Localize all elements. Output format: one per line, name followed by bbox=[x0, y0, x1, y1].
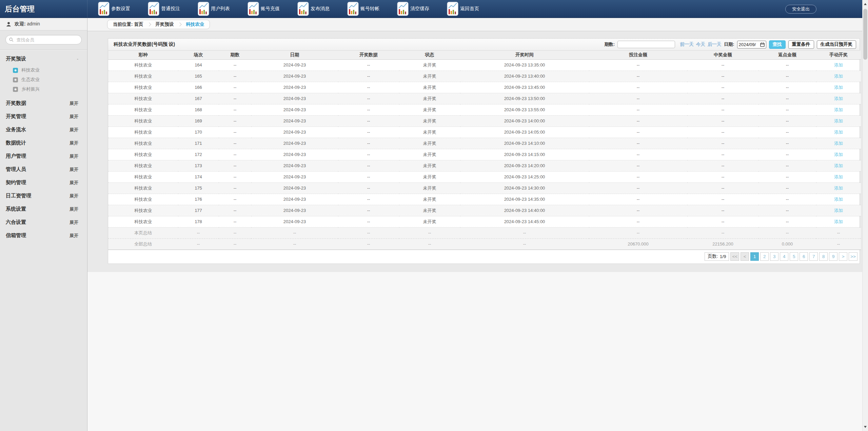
page-button[interactable]: 9 bbox=[829, 252, 837, 261]
add-link[interactable]: 添加 bbox=[834, 62, 843, 67]
table-cell: -- bbox=[338, 171, 399, 182]
page-button[interactable]: >> bbox=[849, 252, 857, 261]
sidebar-group[interactable]: 管理人员展开 bbox=[0, 163, 87, 176]
add-link[interactable]: 添加 bbox=[834, 208, 843, 213]
table-cell: -- bbox=[589, 104, 687, 115]
add-link[interactable]: 添加 bbox=[834, 197, 843, 202]
page-button[interactable]: > bbox=[839, 252, 847, 261]
reset-button[interactable]: 重置条件 bbox=[788, 40, 814, 49]
sidebar-group-preset[interactable]: 开奖预设 - bbox=[0, 52, 87, 65]
navbar-item[interactable]: 账号充值 bbox=[248, 2, 297, 16]
sidebar-group[interactable]: 数据统计展开 bbox=[0, 136, 87, 150]
sidebar-group[interactable]: 开奖管理展开 bbox=[0, 110, 87, 123]
search-button[interactable]: 查找 bbox=[769, 40, 786, 49]
expand-toggle[interactable]: 展开 bbox=[70, 166, 78, 173]
table-cell: -- bbox=[589, 160, 687, 171]
expand-toggle[interactable]: 展开 bbox=[70, 193, 78, 199]
scroll-up-arrow-icon[interactable] bbox=[864, 3, 867, 5]
add-link[interactable]: 添加 bbox=[834, 130, 843, 135]
member-search-box[interactable] bbox=[5, 35, 82, 44]
search-icon bbox=[9, 37, 14, 42]
add-link[interactable]: 添加 bbox=[834, 152, 843, 157]
add-link[interactable]: 添加 bbox=[834, 141, 843, 146]
add-link[interactable]: 添加 bbox=[834, 85, 843, 90]
table-cell: -- bbox=[758, 82, 816, 93]
expand-toggle[interactable]: 展开 bbox=[70, 100, 78, 106]
table-cell: 科技农业 bbox=[108, 171, 178, 182]
table-cell: 2024-09-23 14:20:00 bbox=[460, 160, 589, 171]
add-link[interactable]: 添加 bbox=[834, 118, 843, 123]
page-button[interactable]: 3 bbox=[770, 252, 778, 261]
expand-toggle[interactable]: 展开 bbox=[70, 233, 78, 239]
sidebar-group[interactable]: 六合设置展开 bbox=[0, 216, 87, 229]
sidebar-group[interactable]: 用户管理展开 bbox=[0, 150, 87, 163]
expand-toggle[interactable]: 展开 bbox=[70, 127, 78, 133]
page-button[interactable]: 5 bbox=[790, 252, 798, 261]
page-buttons: <<<123456789>>> bbox=[730, 252, 857, 261]
issue-input[interactable] bbox=[617, 41, 675, 48]
add-link[interactable]: 添加 bbox=[834, 96, 843, 101]
table-cell: 0.000 bbox=[758, 238, 816, 250]
add-link[interactable]: 添加 bbox=[834, 107, 843, 112]
add-link[interactable]: 添加 bbox=[834, 174, 843, 179]
expand-toggle[interactable]: 展开 bbox=[70, 114, 78, 120]
calendar-icon[interactable] bbox=[760, 42, 765, 47]
expand-toggle[interactable]: 展开 bbox=[70, 153, 78, 159]
generate-button[interactable]: 生成当日预开奖 bbox=[817, 40, 856, 49]
day-link[interactable]: 后一天 bbox=[708, 41, 722, 47]
expand-toggle[interactable]: 展开 bbox=[70, 180, 78, 186]
expand-toggle[interactable]: 展开 bbox=[70, 219, 78, 226]
sidebar-group[interactable]: 业务流水展开 bbox=[0, 123, 87, 136]
sidebar-group[interactable]: 开奖数据展开 bbox=[0, 97, 87, 110]
page-button[interactable]: 7 bbox=[809, 252, 818, 261]
navbar-item[interactable]: 账号转帐 bbox=[347, 2, 397, 16]
sidebar-sub-item[interactable]: ◈科技农业 bbox=[0, 65, 87, 75]
page-button[interactable]: 2 bbox=[760, 252, 769, 261]
breadcrumb-item[interactable]: 当前位置: 首页 bbox=[113, 21, 143, 27]
navbar-item[interactable]: 用户列表 bbox=[198, 2, 248, 16]
sidebar-group-label: 管理人员 bbox=[6, 166, 26, 173]
day-link[interactable]: 前一天 bbox=[680, 41, 694, 47]
table-cell: 未开奖 bbox=[399, 205, 460, 216]
navbar-item-label: 用户列表 bbox=[211, 6, 230, 12]
add-link[interactable]: 添加 bbox=[834, 185, 843, 191]
table-cell: -- bbox=[589, 216, 687, 227]
table-cell: -- bbox=[816, 227, 861, 238]
breadcrumb-item[interactable]: 科技农业 bbox=[186, 21, 204, 27]
table-cell: 未开奖 bbox=[399, 171, 460, 182]
navbar-item[interactable]: 普通投注 bbox=[148, 2, 198, 16]
expand-toggle[interactable]: 展开 bbox=[70, 140, 78, 146]
add-link[interactable]: 添加 bbox=[834, 219, 843, 224]
scroll-down-arrow-icon[interactable] bbox=[864, 426, 867, 428]
sidebar-sub-item[interactable]: ◈乡村振兴 bbox=[0, 84, 87, 94]
navbar-item[interactable]: 参数设置 bbox=[98, 2, 148, 16]
navbar-item[interactable]: 清空缓存 bbox=[397, 2, 447, 16]
sidebar-group[interactable]: 日工资管理展开 bbox=[0, 189, 87, 202]
collapse-indicator[interactable]: - bbox=[77, 56, 78, 61]
navbar-item-label: 发布消息 bbox=[311, 6, 330, 12]
add-link[interactable]: 添加 bbox=[834, 74, 843, 79]
vertical-scrollbar[interactable] bbox=[862, 0, 868, 431]
page-button[interactable]: 8 bbox=[819, 252, 828, 261]
add-link[interactable]: 添加 bbox=[834, 163, 843, 168]
table-row: 科技农业166--2024-09-23--未开奖2024-09-23 13:45… bbox=[108, 82, 861, 93]
sidebar-group[interactable]: 系统设置展开 bbox=[0, 202, 87, 216]
sidebar-group[interactable]: 信箱管理展开 bbox=[0, 229, 87, 242]
member-search-input[interactable] bbox=[16, 37, 78, 43]
table-cell: 176 bbox=[178, 194, 219, 205]
navbar-item[interactable]: 返回首页 bbox=[447, 2, 497, 16]
logout-button[interactable]: 安全退出 bbox=[785, 5, 816, 14]
sidebar-sub-item[interactable]: ◈生态农业 bbox=[0, 75, 87, 84]
breadcrumb-item[interactable]: 开奖预设 bbox=[155, 21, 174, 27]
date-input[interactable]: 2024/09/ bbox=[737, 41, 766, 48]
page-button[interactable]: 6 bbox=[800, 252, 808, 261]
expand-toggle[interactable]: 展开 bbox=[70, 206, 78, 212]
sidebar-group[interactable]: 契约管理展开 bbox=[0, 176, 87, 189]
page-button[interactable]: 1 bbox=[750, 252, 759, 261]
scrollbar-thumb[interactable] bbox=[863, 9, 867, 60]
navbar-item[interactable]: 发布消息 bbox=[297, 2, 347, 16]
table-cell: -- bbox=[589, 227, 687, 238]
page-button[interactable]: 4 bbox=[780, 252, 788, 261]
day-link[interactable]: 今天 bbox=[696, 41, 705, 47]
table-cell: 2024-09-23 bbox=[251, 205, 338, 216]
